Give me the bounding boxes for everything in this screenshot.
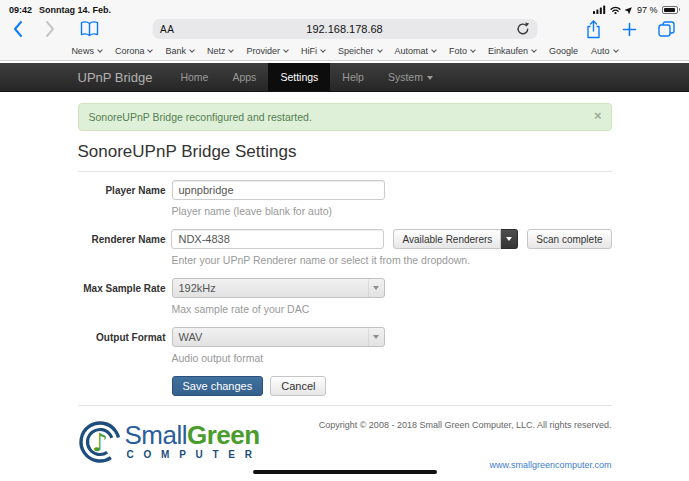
clock: 09:42 [9,5,32,15]
nav-item-settings[interactable]: Settings [268,63,330,91]
svg-text:♪: ♪ [92,428,108,457]
output-format-select[interactable]: WAV [172,327,385,347]
title-divider [78,171,612,172]
bookmark-automat[interactable]: Automat [395,46,437,56]
available-renderers-label[interactable]: Available Renderers [393,229,501,249]
small-green-computer-logo: ♪ SmallGreen C O M P U T E R [78,413,260,470]
logo-text-computer: C O M P U T E R [127,449,260,460]
safari-toolbar: AA 192.168.178.68 [0,16,689,42]
chevron-down-icon [470,47,476,53]
battery-icon [662,6,681,14]
nav-item-help[interactable]: Help [330,63,376,91]
chevron-down-icon [229,47,235,53]
player-name-input[interactable] [172,180,385,200]
bookmark-bank[interactable]: Bank [165,46,194,56]
chevron-down-icon [531,47,537,53]
max-sample-rate-group: Max Sample Rate 192kHz Max sample rate o… [78,278,612,315]
alert-message: SonoreUPnP Bridge reconfigured and resta… [89,111,312,123]
renderer-name-label: Renderer Name [78,229,166,266]
tabs-overview-icon[interactable] [658,21,675,37]
safari-chrome: 09:42 Sonntag 14. Feb. 97 % [0,0,689,61]
home-indicator[interactable] [253,470,437,475]
bookmark-hifi[interactable]: HiFi [301,46,325,56]
player-name-help: Player name (leave blank for auto) [172,205,385,217]
address-bar[interactable]: AA 192.168.178.68 [152,19,537,39]
page-title: SonoreUPnP Bridge Settings [78,142,612,162]
renderer-name-group: Renderer Name Available Renderers Scan c… [78,229,612,266]
chevron-down-icon [613,47,619,53]
success-alert: SonoreUPnP Bridge reconfigured and resta… [78,103,612,131]
logo-icon: ♪ [78,420,122,464]
footer: ♪ SmallGreen C O M P U T E R Copyright ©… [78,406,612,470]
max-sample-rate-select[interactable]: 192kHz [172,278,385,298]
share-icon[interactable] [586,20,601,39]
logo-text-green: Green [187,420,260,450]
bookmark-einkaufen[interactable]: Einkaufen [488,46,536,56]
cellular-signal-icon [593,5,606,14]
nav-item-apps[interactable]: Apps [220,63,268,91]
chevron-down-icon [283,47,289,53]
status-bar: 09:42 Sonntag 14. Feb. 97 % [0,0,689,16]
cancel-button[interactable]: Cancel [270,376,326,396]
url-text: 192.168.178.68 [152,23,537,35]
chevron-down-icon [431,47,437,53]
copyright-text: Copyright © 2008 - 2018 Small Green Comp… [319,420,612,430]
renderer-name-help: Enter your UPnP Renderer name or select … [171,254,611,266]
forward-button[interactable] [45,20,56,38]
chevron-down-icon [148,47,154,53]
navbar-brand[interactable]: UPnP Bridge [78,63,153,91]
settings-form: Player Name Player name (leave blank for… [78,180,612,396]
alert-close-button[interactable]: × [594,109,602,122]
ipad-screen: 09:42 Sonntag 14. Feb. 97 % [0,0,689,481]
output-format-help: Audio output format [172,352,385,364]
bookmark-provider[interactable]: Provider [246,46,288,56]
max-sample-rate-label: Max Sample Rate [78,278,166,315]
chevron-down-icon [189,47,195,53]
reload-icon[interactable] [516,22,529,36]
logo-text-small: Small [125,420,188,450]
bookmark-auto[interactable]: Auto [591,46,618,56]
date: Sonntag 14. Feb. [39,5,111,15]
upnp-navbar: UPnP Bridge Home Apps Settings Help Syst… [0,63,689,92]
chevron-down-icon [377,47,383,53]
wifi-icon [610,6,621,14]
smallgreencomputer-link[interactable]: www.smallgreencomputer.com [319,460,612,470]
dropdown-caret-icon[interactable] [501,229,518,249]
bookmark-news[interactable]: News [71,46,102,56]
bookmark-google[interactable]: Google [549,46,578,56]
player-name-group: Player Name Player name (leave blank for… [78,180,612,217]
chevron-down-icon [368,328,384,346]
bookmark-netz[interactable]: Netz [207,46,234,56]
output-format-label: Output Format [78,327,166,364]
new-tab-icon[interactable] [622,22,637,37]
player-name-label: Player Name [78,180,166,217]
available-renderers-dropdown[interactable]: Available Renderers [393,229,518,249]
location-arrow-icon [625,6,633,14]
max-sample-rate-help: Max sample rate of your DAC [172,303,385,315]
bookmark-speicher[interactable]: Speicher [338,46,382,56]
nav-item-home[interactable]: Home [168,63,220,91]
bookmark-corona[interactable]: Corona [115,46,153,56]
save-changes-button[interactable]: Save changes [172,376,264,396]
output-format-group: Output Format WAV Audio output format [78,327,612,364]
nav-item-system[interactable]: System [376,63,445,91]
battery-percentage: 97 % [637,5,658,15]
favorites-bar: News Corona Bank Netz Provider HiFi Spei… [0,42,689,60]
page-container: SonoreUPnP Bridge reconfigured and resta… [78,103,612,470]
back-button[interactable] [12,20,23,38]
chevron-down-icon [368,279,384,297]
renderer-name-input[interactable] [171,229,384,249]
bookmark-foto[interactable]: Foto [449,46,475,56]
chevron-down-icon [320,47,326,53]
chevron-down-icon [427,76,433,80]
chevron-down-icon [97,47,103,53]
bookmarks-icon[interactable] [80,21,99,37]
scan-complete-button[interactable]: Scan complete [527,229,611,249]
